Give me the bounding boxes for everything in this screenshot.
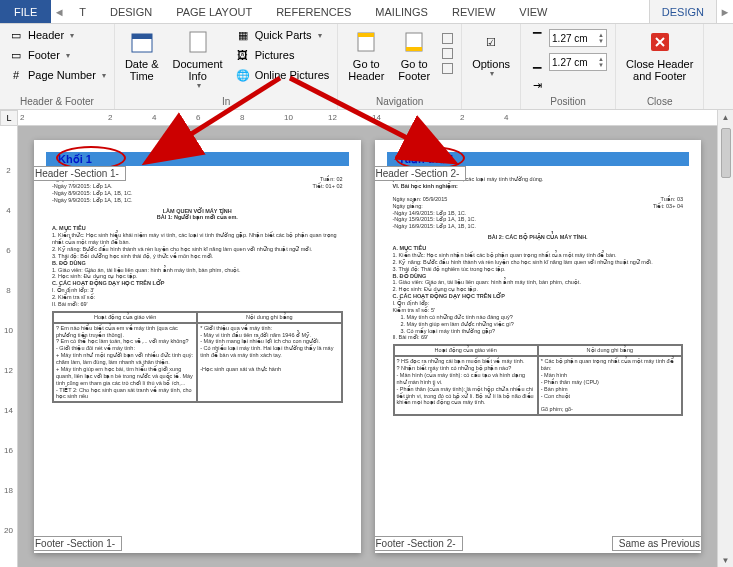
group-label-options bbox=[468, 106, 514, 109]
header-button[interactable]: ▭Header▾ bbox=[6, 26, 108, 44]
svg-rect-1 bbox=[132, 34, 152, 39]
tab-t[interactable]: T bbox=[67, 0, 98, 23]
docinfo-icon bbox=[184, 28, 212, 56]
group-header-footer: ▭Header▾ ▭Footer▾ #Page Number▾ Header &… bbox=[0, 24, 115, 109]
tab-scroll-right[interactable]: ► bbox=[717, 0, 733, 23]
same-as-previous-tag: Same as Previous bbox=[612, 536, 701, 551]
footer-from-bottom[interactable]: ▁1.27 cm▲▼ bbox=[527, 52, 609, 72]
tab-view[interactable]: VIEW bbox=[507, 0, 559, 23]
footer-section-tag-left: Footer -Section 1- bbox=[34, 536, 122, 551]
online-pictures-button[interactable]: 🌐Online Pictures bbox=[233, 66, 332, 84]
ribbon: ▭Header▾ ▭Footer▾ #Page Number▾ Header &… bbox=[0, 24, 733, 110]
header-from-top[interactable]: ▔1.27 cm▲▼ bbox=[527, 28, 609, 48]
document-area: Khối 1 Header -Section 1- Footer -Sectio… bbox=[18, 126, 717, 567]
close-icon bbox=[646, 28, 674, 56]
pictures-button[interactable]: 🖼Pictures bbox=[233, 46, 332, 64]
tab-mailings[interactable]: MAILINGS bbox=[363, 0, 440, 23]
header-top-icon: ▔ bbox=[529, 30, 545, 46]
group-label-nav: Navigation bbox=[344, 95, 455, 109]
group-label-close: Close bbox=[622, 95, 697, 109]
pagenum-icon: # bbox=[8, 67, 24, 83]
tab-hf-design[interactable]: DESIGN bbox=[649, 0, 717, 23]
page-number-button[interactable]: #Page Number▾ bbox=[6, 66, 108, 84]
page-left-body: Ngày soạn: -Ngày 7/9/2015: Lớp 1A. -Ngày… bbox=[52, 176, 343, 403]
nav-opt-3[interactable] bbox=[440, 62, 455, 75]
footer-bottom-icon: ▁ bbox=[529, 54, 545, 70]
vertical-ruler[interactable]: 2468101214161820 bbox=[0, 126, 18, 567]
doc-info-button[interactable]: Document Info▾ bbox=[169, 26, 227, 93]
horizontal-ruler[interactable]: 2246810121424 bbox=[18, 110, 717, 126]
vertical-scrollbar[interactable]: ▲ ▼ bbox=[717, 110, 733, 567]
tab-references[interactable]: REFERENCES bbox=[264, 0, 363, 23]
scroll-thumb[interactable] bbox=[721, 128, 731, 178]
header-band-left[interactable]: Khối 1 bbox=[46, 152, 349, 166]
svg-rect-6 bbox=[406, 47, 422, 51]
group-navigation: Go to Header Go to Footer Navigation bbox=[338, 24, 462, 109]
group-position: ▔1.27 cm▲▼ ▁1.27 cm▲▼ ⇥ Position bbox=[521, 24, 616, 109]
page-left[interactable]: Khối 1 Header -Section 1- Footer -Sectio… bbox=[34, 140, 361, 553]
header-band-right[interactable]: Tuần thứ 1 bbox=[387, 152, 690, 166]
tab-scroll-left[interactable]: ◄ bbox=[51, 0, 67, 23]
tab-bar: FILE ◄ T DESIGN PAGE LAYOUT REFERENCES M… bbox=[0, 0, 733, 24]
scroll-up-icon[interactable]: ▲ bbox=[722, 110, 730, 124]
goto-header-icon bbox=[352, 28, 380, 56]
align-tab-icon: ⇥ bbox=[529, 77, 545, 93]
svg-rect-2 bbox=[190, 32, 206, 52]
header-section-tag-left: Header -Section 1- bbox=[34, 166, 126, 181]
goto-footer-button[interactable]: Go to Footer bbox=[394, 26, 434, 84]
tab-page-layout[interactable]: PAGE LAYOUT bbox=[164, 0, 264, 23]
tab-design[interactable]: DESIGN bbox=[98, 0, 164, 23]
footer-section-tag-right: Footer -Section 2- bbox=[375, 536, 463, 551]
insert-align-tab[interactable]: ⇥ bbox=[527, 76, 609, 94]
goto-header-button[interactable]: Go to Header bbox=[344, 26, 388, 84]
footer-button[interactable]: ▭Footer▾ bbox=[6, 46, 108, 64]
file-tab[interactable]: FILE bbox=[0, 0, 51, 23]
goto-footer-icon bbox=[400, 28, 428, 56]
group-options: ☑Options▾ bbox=[462, 24, 521, 109]
header-section-tag-right: Header -Section 2- bbox=[375, 166, 467, 181]
nav-opt-2[interactable] bbox=[440, 47, 455, 60]
svg-rect-4 bbox=[358, 33, 374, 37]
group-insert: Date & Time Document Info▾ ▦Quick Parts▾… bbox=[115, 24, 338, 109]
page-right[interactable]: Tuần thứ 1 Header -Section 2- Footer -Se… bbox=[375, 140, 702, 553]
group-label-position: Position bbox=[527, 95, 609, 109]
footer-icon: ▭ bbox=[8, 47, 24, 63]
ruler-corner[interactable]: L bbox=[0, 110, 18, 126]
options-icon: ☑ bbox=[477, 28, 505, 56]
quick-parts-button[interactable]: ▦Quick Parts▾ bbox=[233, 26, 332, 44]
scroll-down-icon[interactable]: ▼ bbox=[722, 553, 730, 567]
group-label-insert: In bbox=[121, 95, 331, 109]
group-label-hf: Header & Footer bbox=[6, 95, 108, 109]
page-right-body: ý chính: lợi ích của máy tính, các loại … bbox=[393, 176, 684, 416]
group-close: Close Header and Footer Close bbox=[616, 24, 704, 109]
datetime-icon bbox=[128, 28, 156, 56]
close-hf-button[interactable]: Close Header and Footer bbox=[622, 26, 697, 84]
quickparts-icon: ▦ bbox=[235, 27, 251, 43]
header-icon: ▭ bbox=[8, 27, 24, 43]
onlinepic-icon: 🌐 bbox=[235, 67, 251, 83]
date-time-button[interactable]: Date & Time bbox=[121, 26, 163, 84]
options-button[interactable]: ☑Options▾ bbox=[468, 26, 514, 81]
tab-review[interactable]: REVIEW bbox=[440, 0, 507, 23]
nav-opt-1[interactable] bbox=[440, 32, 455, 45]
pictures-icon: 🖼 bbox=[235, 47, 251, 63]
